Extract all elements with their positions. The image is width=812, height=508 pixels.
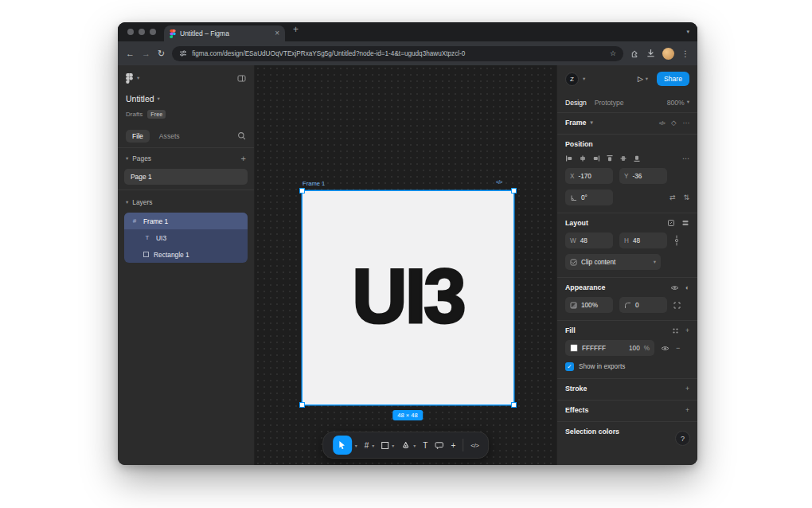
- add-effect-icon[interactable]: +: [685, 406, 689, 414]
- tab-search-chevron-icon[interactable]: ▾: [686, 29, 689, 35]
- fill-swatch[interactable]: [570, 344, 578, 352]
- tab-close-icon[interactable]: ×: [275, 29, 279, 37]
- bookmark-star-icon[interactable]: ☆: [610, 49, 616, 57]
- layer-row-ui3[interactable]: T UI3: [124, 229, 248, 246]
- close-window-button[interactable]: [127, 29, 134, 35]
- layer-row-frame-1[interactable]: # Frame 1: [124, 213, 248, 229]
- layer-row-rectangle-1[interactable]: Rectangle 1: [124, 246, 248, 263]
- frame-section: Frame ▾ </> ◇ ⋯: [557, 113, 697, 135]
- site-settings-icon[interactable]: [179, 49, 187, 57]
- reload-button[interactable]: ↻: [158, 49, 165, 58]
- flip-horizontal-icon[interactable]: ⇄: [670, 194, 676, 201]
- frame-tool[interactable]: #: [365, 441, 369, 450]
- pages-collapse-icon[interactable]: ▾: [126, 156, 128, 162]
- present-chevron-icon[interactable]: ▾: [646, 76, 648, 82]
- address-bar[interactable]: figma.com/design/ESaUdUOqVTExjPRxaYSg5g/…: [172, 46, 623, 61]
- clip-content-control[interactable]: Clip content ▾: [565, 254, 661, 270]
- more-alignment-icon[interactable]: ⋯: [682, 155, 689, 162]
- tab-prototype[interactable]: Prototype: [595, 99, 624, 107]
- browser-menu-icon[interactable]: ⋮: [681, 49, 689, 58]
- selection-handle-bottom-left[interactable]: [299, 402, 305, 408]
- new-tab-button[interactable]: +: [293, 25, 299, 34]
- tab-file[interactable]: File: [126, 130, 150, 143]
- present-button[interactable]: ▷ ▾: [638, 75, 648, 83]
- visibility-eye-icon[interactable]: [670, 284, 679, 291]
- back-button[interactable]: ←: [126, 49, 135, 58]
- frame-section-chevron-icon[interactable]: ▾: [590, 120, 592, 126]
- y-position-input[interactable]: Y -36: [619, 168, 667, 184]
- frame-1[interactable]: UI3: [303, 191, 513, 404]
- more-icon[interactable]: ⋯: [683, 119, 690, 127]
- rotation-input[interactable]: 0°: [565, 190, 613, 205]
- constrain-proportions-icon[interactable]: [673, 235, 680, 246]
- width-input[interactable]: W 48: [565, 233, 613, 248]
- x-position-input[interactable]: X -170: [565, 168, 613, 184]
- comment-tool[interactable]: [435, 441, 443, 450]
- help-button[interactable]: ?: [675, 431, 690, 446]
- main-menu-chevron-icon[interactable]: ▾: [137, 76, 139, 81]
- text-tool[interactable]: T: [423, 441, 427, 450]
- page-item-selected[interactable]: Page 1: [124, 169, 248, 185]
- fill-color-input[interactable]: FFFFFF 100 %: [565, 340, 654, 356]
- frame-layer-icon: #: [131, 217, 139, 225]
- independent-corners-icon[interactable]: [673, 302, 681, 309]
- move-tool-chevron-icon[interactable]: ▾: [355, 443, 357, 448]
- add-stroke-icon[interactable]: +: [685, 385, 689, 393]
- align-left-icon[interactable]: [565, 154, 573, 162]
- align-horizontal-center-icon[interactable]: [579, 154, 587, 162]
- canvas[interactable]: Frame 1 </> UI3 48 × 48 ▾ # ▾: [255, 65, 556, 465]
- search-icon[interactable]: [237, 131, 246, 140]
- show-in-exports-checkbox[interactable]: ✓: [565, 362, 574, 371]
- remove-fill-icon[interactable]: −: [676, 345, 680, 352]
- selection-handle-top-left[interactable]: [299, 188, 305, 193]
- flip-vertical-icon[interactable]: ⇅: [683, 194, 689, 201]
- browser-tab[interactable]: Untitled – Figma ×: [164, 25, 285, 41]
- add-fill-icon[interactable]: +: [685, 326, 689, 334]
- align-vertical-center-icon[interactable]: [619, 154, 627, 162]
- resize-icon[interactable]: [667, 219, 675, 227]
- zoom-control[interactable]: 800% ▾: [667, 99, 689, 107]
- dev-mode-toggle[interactable]: </>: [470, 442, 478, 449]
- height-input[interactable]: H 48: [619, 233, 667, 248]
- minimize-window-button[interactable]: [139, 29, 145, 35]
- styles-icon[interactable]: [672, 327, 679, 334]
- figma-menu-icon[interactable]: [126, 73, 133, 84]
- panel-toggle-icon[interactable]: [237, 74, 246, 83]
- blend-mode-icon[interactable]: ◐: [685, 283, 689, 291]
- avatar-chevron-icon[interactable]: ▾: [583, 76, 585, 82]
- frame-text-ui3[interactable]: UI3: [352, 258, 463, 338]
- move-tool[interactable]: [333, 436, 352, 455]
- pen-tool-chevron-icon[interactable]: ▾: [413, 443, 416, 448]
- actions-tool[interactable]: +: [451, 441, 455, 450]
- pen-tool[interactable]: [401, 441, 410, 450]
- dev-code-icon[interactable]: </>: [659, 120, 665, 126]
- frame-corner-code-icon[interactable]: </>: [496, 179, 502, 185]
- frame-tool-chevron-icon[interactable]: ▾: [372, 443, 374, 448]
- selection-handle-top-right[interactable]: [511, 188, 517, 193]
- tab-design[interactable]: Design: [565, 99, 587, 107]
- layers-collapse-icon[interactable]: ▾: [126, 200, 128, 205]
- profile-avatar[interactable]: [662, 48, 674, 60]
- fill-visibility-eye-icon[interactable]: [661, 345, 670, 352]
- download-icon[interactable]: [646, 49, 655, 58]
- align-right-icon[interactable]: [592, 154, 600, 162]
- add-page-icon[interactable]: +: [241, 154, 246, 163]
- file-location[interactable]: Drafts: [126, 111, 142, 118]
- shape-tool-chevron-icon[interactable]: ▾: [392, 443, 394, 448]
- share-button[interactable]: Share: [657, 72, 689, 86]
- forward-button[interactable]: →: [142, 49, 150, 58]
- user-avatar[interactable]: Z: [565, 72, 579, 86]
- zoom-window-button[interactable]: [150, 29, 156, 35]
- auto-layout-icon[interactable]: [681, 219, 689, 227]
- extensions-icon[interactable]: [630, 49, 639, 58]
- frame-label[interactable]: Frame 1: [303, 180, 325, 187]
- file-menu-chevron-icon[interactable]: ▾: [158, 96, 160, 102]
- align-top-icon[interactable]: [606, 154, 614, 162]
- corner-radius-input[interactable]: 0: [619, 297, 667, 313]
- align-bottom-icon[interactable]: [633, 154, 641, 162]
- shape-tool[interactable]: [381, 442, 388, 449]
- selection-handle-bottom-right[interactable]: [511, 402, 517, 408]
- tab-assets[interactable]: Assets: [153, 130, 186, 143]
- component-icon[interactable]: ◇: [671, 119, 677, 127]
- opacity-input[interactable]: 100%: [565, 297, 613, 313]
